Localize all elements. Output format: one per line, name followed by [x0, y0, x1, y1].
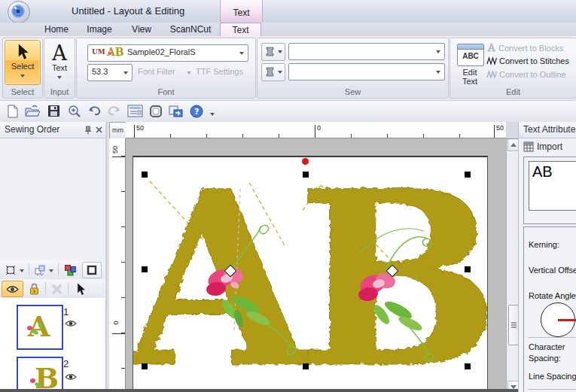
- sewing-item-1-visibility-icon[interactable]: [65, 320, 77, 327]
- sewing-item-1-thumbnail[interactable]: A: [17, 305, 63, 350]
- close-icon[interactable]: [96, 126, 102, 133]
- select-cursor-icon: [76, 283, 86, 296]
- application-menu-button[interactable]: [8, 1, 30, 23]
- sewing-order-toolbar-top: [0, 260, 105, 280]
- abc-icon-band: [458, 44, 483, 50]
- convert-to-blocks-button[interactable]: A Convert to Blocks: [486, 43, 563, 55]
- text-tool-button[interactable]: A Text: [46, 40, 73, 85]
- convert-to-stitches-button[interactable]: Convert to Stitches: [486, 56, 569, 68]
- selection-handle-mid-left[interactable]: [142, 266, 148, 272]
- tab-text[interactable]: Text: [220, 23, 261, 37]
- thread-color-arrow-icon[interactable]: [278, 50, 282, 53]
- open-file-icon[interactable]: [24, 105, 41, 119]
- change-order-button[interactable]: [32, 262, 57, 278]
- tab-home[interactable]: Home: [39, 23, 74, 36]
- font-name-combo[interactable]: UM AB Sample02_FloralS: [87, 44, 248, 62]
- import-button[interactable]: Import: [519, 138, 576, 155]
- select-arrow-icon: [17, 44, 29, 60]
- selection-handle-top-right[interactable]: [465, 172, 471, 178]
- selection-handle-bottom-right[interactable]: [465, 363, 471, 369]
- vertical-ruler: 50 0: [109, 138, 126, 392]
- sew-type-combo-2[interactable]: [288, 63, 445, 81]
- sew-type-arrow-icon-2[interactable]: [436, 71, 440, 74]
- toolbar-options-arrow-icon[interactable]: [208, 105, 217, 119]
- change-color-button[interactable]: [61, 262, 81, 278]
- sewing-order-header: Sewing Order: [0, 122, 105, 138]
- svg-text:A: A: [487, 43, 495, 53]
- thread-color-arrow-icon-2[interactable]: [278, 71, 282, 74]
- font-filter-button[interactable]: Font Filter: [138, 67, 175, 76]
- font-preview-leaf-dot: [117, 54, 120, 56]
- vertical-offset-label: Vertical Offset:: [529, 266, 576, 275]
- selection-handle-bottom-center[interactable]: [303, 363, 309, 369]
- ruler-corner: [506, 122, 518, 139]
- text-preview-value: AB: [532, 163, 553, 181]
- zoom-fit-button[interactable]: [2, 262, 28, 278]
- show-hide-button[interactable]: [2, 281, 23, 297]
- region-thread-color-button-1[interactable]: [261, 43, 285, 61]
- text-attribute-header: Text Attribute: [519, 122, 576, 138]
- pin-icon[interactable]: [84, 126, 92, 135]
- lock-button[interactable]: [25, 281, 44, 297]
- select-dropdown-arrow-icon[interactable]: [20, 74, 25, 77]
- redo-icon[interactable]: [105, 105, 122, 119]
- save-icon[interactable]: [45, 105, 62, 119]
- sew-type-arrow-icon-1[interactable]: [436, 50, 440, 53]
- ruler-unit-button[interactable]: mm: [109, 122, 126, 139]
- font-filter-arrow-icon[interactable]: [187, 71, 191, 74]
- font-combo-arrow-icon[interactable]: [239, 52, 244, 55]
- new-document-icon[interactable]: [5, 105, 21, 119]
- selection-handle-top-left[interactable]: [142, 172, 148, 178]
- tab-view[interactable]: View: [125, 23, 158, 36]
- contextual-tab-group-header: Text: [220, 0, 263, 23]
- select-tool-button[interactable]: Select: [5, 40, 41, 85]
- import-label: Import: [537, 138, 562, 155]
- selection-handle-mid-right[interactable]: [465, 266, 471, 272]
- design-canvas[interactable]: A B: [126, 138, 506, 392]
- sew-type-combo-1[interactable]: [288, 43, 445, 60]
- h-ruler-label-zero: 0: [317, 124, 321, 132]
- design-property-icon[interactable]: [126, 105, 143, 119]
- canvas-vertical-scrollbar[interactable]: [506, 138, 519, 392]
- rotate-angle-needle: [558, 319, 576, 321]
- send-to-machine-icon[interactable]: [167, 105, 184, 119]
- rotate-angle-dial[interactable]: [541, 302, 575, 337]
- selection-handle-top-center[interactable]: [303, 172, 309, 178]
- select-hoop-icon[interactable]: [148, 105, 164, 119]
- help-icon[interactable]: ?: [188, 105, 205, 119]
- ttf-settings-button[interactable]: TTF Settings: [196, 67, 243, 76]
- font-size-arrow-icon[interactable]: [123, 71, 128, 74]
- rotation-handle[interactable]: [302, 158, 309, 165]
- builtin-font-badge-icon: UM: [92, 48, 105, 56]
- text-tool-letter-icon: A: [47, 43, 72, 63]
- ribbon-group-select: Select Select: [2, 38, 43, 99]
- selection-handle-bottom-left[interactable]: [142, 363, 148, 369]
- ribbon: Select Select A Text Input UM AB Sample0…: [0, 36, 576, 100]
- sewing-order-panel: Sewing Order: [0, 122, 106, 392]
- delete-button[interactable]: [47, 281, 67, 297]
- sewing-item-2-thumbnail[interactable]: B: [17, 357, 63, 392]
- font-size-combo[interactable]: 53.3: [87, 64, 133, 81]
- select-object-button[interactable]: [71, 281, 90, 297]
- frame-outline-button[interactable]: [82, 262, 102, 278]
- v-ruler-ticks: [121, 138, 125, 392]
- edit-text-button[interactable]: ABC: [457, 44, 484, 66]
- font-preview-flower-dot: [108, 52, 111, 55]
- text-attributes-box: Kerning: Vertical Offset: Rotate Angle: …: [523, 226, 576, 392]
- v-ruler-label-zero: 0: [112, 321, 120, 324]
- text-preview-box[interactable]: AB: [529, 161, 576, 211]
- tab-scanncut[interactable]: ScanNCut: [166, 23, 215, 36]
- ribbon-group-sew: Sew: [257, 38, 449, 99]
- font-size-value: 53.3: [92, 67, 108, 76]
- zoom-fit-arrow-icon[interactable]: [20, 269, 24, 272]
- region-thread-color-button-2[interactable]: [261, 63, 285, 81]
- change-order-arrow-icon[interactable]: [49, 269, 53, 272]
- sewing-item-2-visibility-icon[interactable]: [65, 373, 77, 381]
- undo-icon[interactable]: [86, 105, 102, 119]
- zoom-icon[interactable]: [66, 105, 83, 119]
- import-grid-icon: [523, 141, 534, 152]
- text-dropdown-arrow-icon[interactable]: [57, 76, 62, 79]
- convert-to-outline-button[interactable]: Convert to Outline: [486, 70, 566, 82]
- tab-image[interactable]: Image: [81, 23, 117, 36]
- design-page: A B: [133, 156, 488, 392]
